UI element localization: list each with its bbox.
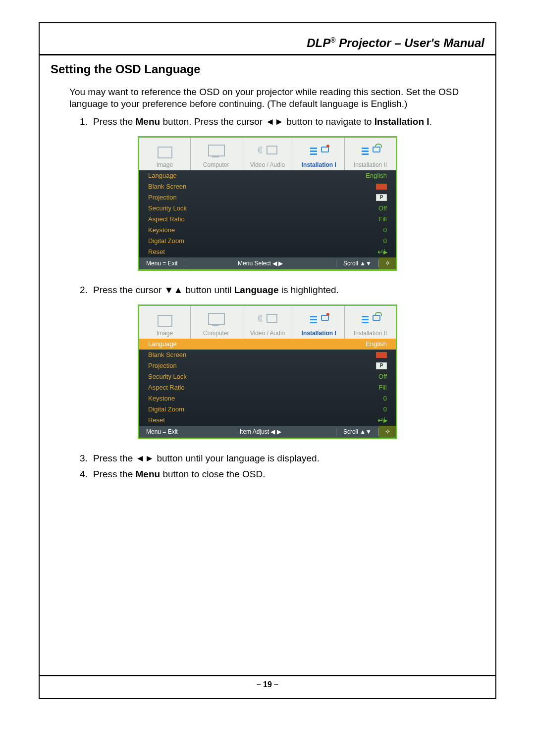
footer-scroll-label: Scroll ▲▼	[343, 428, 372, 435]
row-security-lock[interactable]: Security LockOff	[139, 203, 396, 214]
row-blank-screen[interactable]: Blank Screen	[139, 181, 396, 192]
steps-list-2: Press the cursor ▼▲ button until Languag…	[90, 285, 484, 296]
tab-va-label: Video / Audio	[250, 330, 285, 337]
row-keystone-value: 0	[383, 226, 387, 234]
footer-scroll: Scroll ▲▼	[336, 426, 378, 438]
tab-computer[interactable]: Computer	[191, 306, 242, 339]
row-digital-zoom[interactable]: Digital Zoom0	[139, 236, 396, 247]
page-footer: – 19 –	[40, 675, 495, 689]
row-language[interactable]: LanguageEnglish	[139, 170, 396, 181]
step-4-text-b: button to close the OSD.	[160, 469, 265, 479]
step-2-language: Language	[234, 285, 279, 295]
footer-exit: Menu = Exit	[139, 257, 185, 269]
osd-rows: LanguageEnglish Blank Screen ProjectionP…	[139, 339, 396, 426]
tab-computer-label: Computer	[203, 330, 229, 337]
image-icon	[155, 144, 174, 158]
step-4-text-a: Press the	[93, 469, 136, 479]
computer-icon	[206, 312, 226, 327]
computer-icon	[206, 144, 226, 158]
tab-installation-1[interactable]: Installation I	[293, 138, 345, 170]
tab-image-label: Image	[157, 161, 173, 168]
row-projection[interactable]: ProjectionP	[139, 360, 396, 371]
row-security-label: Security Lock	[148, 204, 187, 212]
row-blank-screen[interactable]: Blank Screen	[139, 350, 396, 360]
tab-inst2-label: Installation II	[354, 161, 387, 168]
row-language[interactable]: LanguageEnglish	[139, 339, 396, 350]
row-blank-label: Blank Screen	[148, 183, 186, 190]
row-language-label: Language	[148, 172, 177, 179]
installation2-icon	[361, 144, 380, 158]
row-aspect-value: Fill	[378, 384, 387, 391]
intro-paragraph: You may want to reference the OSD on you…	[69, 86, 484, 110]
page-header: DLP® Projector – User's Manual	[40, 23, 495, 55]
step-2-text-b: is highlighted.	[278, 285, 338, 295]
osd-tabs: Image Computer Video / Audio Installatio…	[139, 138, 396, 170]
footer-bulb: ✧	[379, 426, 396, 438]
row-keystone[interactable]: Keystone0	[139, 225, 396, 236]
row-security-lock[interactable]: Security LockOff	[139, 371, 396, 382]
osd-footer: Menu = Exit Menu Select ◀ ▶ Scroll ▲▼ ✧	[139, 257, 396, 269]
row-language-value: English	[366, 340, 387, 348]
header-title-prefix: DLP	[307, 36, 330, 50]
osd-panel: Image Computer Video / Audio Installatio…	[138, 304, 397, 439]
row-security-value: Off	[378, 373, 387, 380]
row-language-label: Language	[148, 340, 177, 348]
registered-mark: ®	[330, 36, 335, 44]
row-reset[interactable]: Reset↵/▸	[139, 415, 396, 426]
step-4: Press the Menu button to close the OSD.	[90, 469, 484, 480]
installation2-icon	[361, 312, 380, 327]
row-reset[interactable]: Reset↵/▸	[139, 247, 396, 257]
enter-icon: ↵/▸	[377, 248, 387, 256]
row-security-value: Off	[378, 204, 387, 212]
osd-tabs: Image Computer Video / Audio Installatio…	[139, 306, 396, 339]
footer-scroll: Scroll ▲▼	[336, 257, 378, 269]
page-number: – 19 –	[257, 680, 278, 689]
step-1-text-c: .	[429, 116, 432, 127]
step-1-text-a: Press the	[93, 116, 136, 127]
installation1-icon	[309, 144, 329, 158]
video-audio-icon	[258, 312, 277, 327]
tab-installation-2[interactable]: Installation II	[345, 138, 396, 170]
section-heading: Setting the OSD Language	[51, 62, 484, 76]
step-1-menu: Menu	[136, 116, 160, 127]
tab-va-label: Video / Audio	[250, 161, 285, 168]
row-zoom-label: Digital Zoom	[148, 237, 184, 245]
footer-itemadjust-label: Item Adjust ◀ ▶	[240, 428, 281, 435]
row-projection[interactable]: ProjectionP	[139, 192, 396, 203]
steps-list-3: Press the ◄► button until your language …	[90, 453, 484, 480]
row-digital-zoom[interactable]: Digital Zoom0	[139, 404, 396, 415]
footer-exit-label: Menu = Exit	[146, 428, 178, 435]
row-zoom-label: Digital Zoom	[148, 405, 184, 413]
blank-screen-swatch	[376, 352, 387, 358]
step-1-installation: Installation I	[374, 116, 429, 127]
row-language-value: English	[366, 172, 387, 179]
row-projection-label: Projection	[148, 362, 177, 369]
bulb-icon: ✧	[385, 428, 390, 435]
tab-video-audio[interactable]: Video / Audio	[242, 306, 294, 339]
footer-bulb: ✧	[379, 257, 396, 269]
tab-installation-2[interactable]: Installation II	[345, 306, 396, 339]
tab-image-label: Image	[157, 330, 173, 337]
tab-installation-1[interactable]: Installation I	[293, 306, 345, 339]
row-aspect-value: Fill	[378, 215, 387, 223]
steps-list: Press the Menu button. Press the cursor …	[90, 116, 484, 127]
manual-page: DLP® Projector – User's Manual Setting t…	[39, 22, 496, 699]
osd-rows: LanguageEnglish Blank Screen ProjectionP…	[139, 170, 396, 257]
tab-video-audio[interactable]: Video / Audio	[242, 138, 294, 170]
step-2: Press the cursor ▼▲ button until Languag…	[90, 285, 484, 296]
step-4-menu: Menu	[136, 469, 160, 479]
row-aspect-label: Aspect Ratio	[148, 215, 185, 223]
row-aspect-ratio[interactable]: Aspect RatioFill	[139, 214, 396, 225]
row-keystone[interactable]: Keystone0	[139, 393, 396, 404]
footer-exit: Menu = Exit	[139, 426, 185, 438]
osd-figure-2: Image Computer Video / Audio Installatio…	[51, 304, 484, 439]
tab-image[interactable]: Image	[139, 306, 191, 339]
row-aspect-ratio[interactable]: Aspect RatioFill	[139, 382, 396, 393]
video-audio-icon	[258, 144, 277, 158]
tab-image[interactable]: Image	[139, 138, 191, 170]
tab-computer[interactable]: Computer	[191, 138, 242, 170]
step-1-text-b: button. Press the cursor ◄► button to na…	[160, 116, 374, 127]
footer-exit-label: Menu = Exit	[146, 260, 178, 267]
row-projection-label: Projection	[148, 194, 177, 201]
step-2-text-a: Press the cursor ▼▲ button until	[93, 285, 234, 295]
